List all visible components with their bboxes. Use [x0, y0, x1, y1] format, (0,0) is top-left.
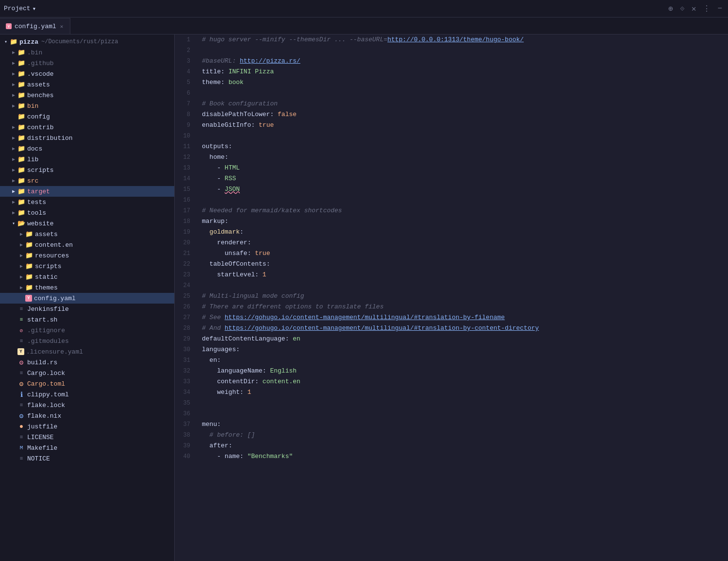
sidebar-item-bin-dot[interactable]: ▶ 📁 .bin [0, 47, 174, 58]
sidebar-item-scripts[interactable]: ▶ 📁 scripts [0, 165, 174, 175]
code-line-3: 3 #baseURL: http://pizza.rs/ [175, 56, 728, 67]
collapse-icon[interactable]: ✕ [690, 3, 698, 15]
sidebar-item-target[interactable]: ▶ 📁 target [0, 186, 174, 197]
sidebar-item-benches[interactable]: ▶ 📁 benches [0, 90, 174, 101]
arrow-icon: ▶ [10, 49, 17, 56]
sidebar-item-jenkinsfile[interactable]: ▶ ≡ Jenkinsfile [0, 304, 174, 314]
sidebar-item-notice[interactable]: ▶ ≡ NOTICE [0, 453, 174, 464]
arrow-icon: ▶ [10, 81, 17, 88]
item-label: justfile [27, 423, 57, 430]
refresh-icon[interactable]: ⟐ [678, 3, 687, 14]
line-content: contentDir: content.en [198, 376, 300, 387]
sidebar-item-start-sh[interactable]: ▶ ≡ start.sh [0, 314, 174, 325]
sidebar-item-flake-nix[interactable]: ▶ ⚙ flake.nix [0, 410, 174, 421]
sidebar-item-gitmodules[interactable]: ▶ ≡ .gitmodules [0, 336, 174, 346]
sidebar-item-static[interactable]: ▶ 📁 static [0, 272, 174, 282]
sidebar-item-bin[interactable]: ▶ 📁 bin [0, 101, 174, 111]
sidebar-item-docs[interactable]: ▶ 📁 docs [0, 143, 174, 154]
sidebar-item-gitignore[interactable]: ▶ ⊘ .gitignore [0, 325, 174, 336]
sidebar-item-github[interactable]: ▶ 📁 .github [0, 58, 174, 68]
code-line-21: 21 unsafe: true [175, 248, 728, 259]
folder-icon: 📁 [25, 262, 33, 270]
line-number: 24 [175, 280, 198, 291]
minimize-icon[interactable]: − [715, 3, 724, 14]
line-content: after: [198, 441, 232, 451]
sidebar-item-website[interactable]: ▾ 📂 website [0, 218, 174, 229]
arrow-icon: ▶ [10, 102, 17, 110]
arrow-icon: ▶ [10, 145, 17, 153]
more-options-icon[interactable]: ⋮ [701, 3, 712, 15]
sidebar-item-cargo-toml[interactable]: ▶ ⚙ Cargo.toml [0, 378, 174, 389]
code-line-9: 9 enableGitInfo: true [175, 120, 728, 131]
sidebar-item-config-yaml[interactable]: ▶ Y config.yaml [0, 293, 174, 304]
code-line-8: 8 disablePathToLower: false [175, 109, 728, 120]
sidebar-root[interactable]: ▾ 📁 pizza ~/Documents/rust/pizza [0, 36, 174, 47]
sidebar-item-licensure-yaml[interactable]: ▶ Y .licensure.yaml [0, 346, 174, 357]
code-line-12: 12 home: [175, 152, 728, 163]
file-icon: ≡ [17, 305, 25, 313]
line-content: # There are different options to transla… [198, 302, 383, 312]
folder-icon: 📁 [17, 59, 25, 67]
arrow-icon: ▶ [10, 134, 17, 142]
folder-icon: 📁 [17, 91, 25, 99]
sidebar-item-justfile[interactable]: ▶ ● justfile [0, 421, 174, 432]
root-arrow-icon: ▾ [2, 38, 10, 46]
line-number: 40 [175, 451, 198, 462]
code-line-28: 28 # And https://gohugo.io/content-manag… [175, 323, 728, 334]
code-line-10: 10 [175, 131, 728, 141]
line-number: 18 [175, 216, 198, 227]
arrow-icon: ▶ [17, 273, 25, 281]
sidebar-item-cargo-lock[interactable]: ▶ ≡ Cargo.lock [0, 368, 174, 378]
sidebar-item-resources[interactable]: ▶ 📁 resources [0, 250, 174, 261]
item-label: scripts [35, 263, 62, 270]
item-label: flake.lock [27, 402, 65, 409]
folder-icon: 📁 [17, 49, 25, 56]
sidebar-item-vscode[interactable]: ▶ 📁 .vscode [0, 68, 174, 79]
tab-label: config.yaml [15, 23, 56, 30]
sidebar-item-tests[interactable]: ▶ 📁 tests [0, 197, 174, 207]
sidebar-item-lib[interactable]: ▶ 📁 lib [0, 154, 174, 165]
sidebar-item-assets[interactable]: ▶ 📁 assets [0, 79, 174, 90]
editor-content: 1 # hugo server --minify --themesDir ...… [175, 34, 728, 462]
arrow-icon: ▶ [10, 155, 17, 163]
item-label: benches [27, 92, 54, 99]
folder-icon: 📁 [17, 198, 25, 206]
line-number: 8 [175, 109, 198, 120]
sidebar-item-makefile[interactable]: ▶ M Makefile [0, 442, 174, 453]
sidebar-item-tools[interactable]: ▶ 📁 tools [0, 207, 174, 218]
tab-close-button[interactable]: ✕ [59, 22, 65, 31]
code-line-37: 37 menu: [175, 419, 728, 430]
line-content: # And https://gohugo.io/content-manageme… [198, 323, 539, 334]
line-content: #baseURL: http://pizza.rs/ [198, 56, 300, 67]
sidebar-item-src[interactable]: ▶ 📁 src [0, 175, 174, 186]
sidebar-item-clippy-toml[interactable]: ▶ ℹ clippy.toml [0, 389, 174, 400]
sidebar-item-flake-lock[interactable]: ▶ ≡ flake.lock [0, 400, 174, 410]
sidebar-item-contrib[interactable]: ▶ 📁 contrib [0, 122, 174, 133]
new-file-icon[interactable]: ⊕ [666, 3, 675, 15]
line-content: # Needed for mermaid/katex shortcodes [198, 205, 342, 216]
code-line-34: 34 weight: 1 [175, 387, 728, 398]
item-label: .bin [27, 49, 42, 56]
root-folder-icon: 📁 [10, 38, 17, 46]
sidebar-item-config[interactable]: ▶ 📁 config [0, 111, 174, 122]
item-label: content.en [35, 241, 73, 249]
code-line-33: 33 contentDir: content.en [175, 376, 728, 387]
sidebar-item-distribution[interactable]: ▶ 📁 distribution [0, 133, 174, 143]
folder-icon: 📁 [17, 187, 25, 195]
line-number: 31 [175, 355, 198, 366]
tab-config-yaml[interactable]: Y config.yaml ✕ [0, 18, 70, 34]
line-content: menu: [198, 419, 221, 430]
sidebar-item-website-scripts[interactable]: ▶ 📁 scripts [0, 261, 174, 272]
sidebar-item-license[interactable]: ▶ ≡ LICENSE [0, 432, 174, 442]
sidebar-item-themes[interactable]: ▶ 📁 themes [0, 282, 174, 293]
line-number: 26 [175, 302, 198, 312]
project-chevron-icon: ▾ [33, 5, 36, 13]
sidebar-item-content-en[interactable]: ▶ 📁 content.en [0, 239, 174, 250]
sidebar-item-website-assets[interactable]: ▶ 📁 assets [0, 229, 174, 239]
item-label: Jenkinsfile [27, 306, 69, 313]
project-menu[interactable]: Project ▾ [4, 5, 36, 13]
line-content: # hugo server --minify --themesDir ... -… [198, 34, 524, 45]
sidebar-item-build-rs[interactable]: ▶ ⚙ build.rs [0, 357, 174, 368]
toml-icon: ℹ [17, 391, 25, 398]
code-line-36: 36 [175, 408, 728, 419]
